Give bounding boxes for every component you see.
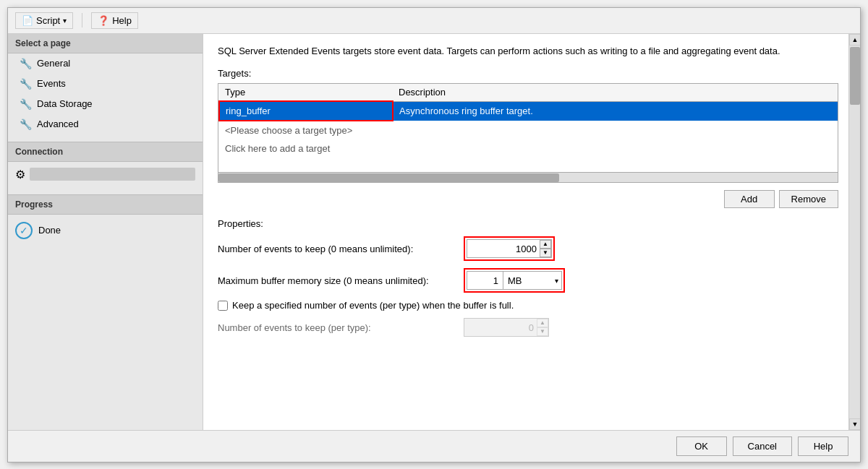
progress-check-icon: ✓ — [15, 222, 33, 239]
scroll-up-arrow[interactable]: ▲ — [849, 34, 860, 46]
ring-buffer-type: ring_buffer — [219, 101, 393, 121]
buffer-size-input[interactable] — [467, 272, 503, 289]
toolbar: 📄 Script ▾ ❓ Help — [8, 8, 860, 34]
col-description: Description — [393, 84, 838, 101]
properties-label-text: Properties: — [218, 218, 263, 229]
per-type-down[interactable]: ▼ — [537, 327, 548, 336]
dialog-footer: OK Cancel Help — [8, 430, 860, 462]
help-button[interactable]: ❓ Help — [91, 12, 138, 29]
help-icon: ❓ — [98, 15, 109, 26]
progress-status: Done — [38, 225, 61, 236]
events-count-input[interactable] — [467, 241, 540, 257]
per-type-spinner: ▲ ▼ — [537, 319, 548, 336]
ring-buffer-description: Asynchronous ring buffer target. — [393, 101, 838, 121]
sidebar: Select a page 🔧 General 🔧 Events 🔧 Data … — [8, 34, 203, 430]
footer-help-button[interactable]: Help — [798, 436, 848, 456]
progress-section-title: Progress — [8, 194, 203, 215]
property3-row: Number of events to keep (per type): ▲ ▼ — [218, 318, 838, 337]
check-mark: ✓ — [20, 225, 28, 236]
data-storage-icon: 🔧 — [20, 98, 31, 110]
help-label: Help — [112, 15, 132, 26]
ok-button[interactable]: OK — [676, 436, 727, 456]
events-count-up[interactable]: ▲ — [540, 240, 551, 249]
add-remove-row: Add Remove — [218, 190, 838, 208]
property-buffer-row: Maximum buffer memory size (0 means unli… — [218, 268, 838, 293]
connection-bar — [30, 168, 195, 181]
targets-table-container: Type Description ring_buffer Asynchronou… — [218, 83, 838, 183]
h-scroll-thumb — [218, 173, 559, 182]
remove-button[interactable]: Remove — [779, 190, 838, 208]
property3-input-wrapper: ▲ ▼ — [464, 318, 549, 337]
script-button[interactable]: 📄 Script ▾ — [15, 12, 73, 29]
click-add-type: Click here to add a target — [219, 139, 393, 158]
checkbox-row: Keep a specified number of events (per t… — [218, 300, 838, 311]
general-icon: 🔧 — [20, 58, 31, 69]
col-type: Type — [219, 84, 393, 101]
connection-info: ⚙ — [8, 162, 203, 187]
main-content: ▲ ▼ SQL Server Extended Events targets s… — [203, 34, 860, 430]
property3-label: Number of events to keep (per type): — [218, 322, 456, 333]
table-row-add[interactable]: Click here to add a target — [219, 139, 838, 158]
scroll-thumb — [850, 47, 860, 105]
script-icon: 📄 — [22, 15, 33, 26]
sidebar-item-events-label: Events — [37, 78, 66, 89]
description-text: SQL Server Extended Events targets store… — [218, 44, 838, 59]
property1-red-outline: ▲ ▼ — [464, 236, 555, 261]
property1-input-wrapper: ▲ ▼ — [467, 239, 552, 258]
targets-label-text: Targets: — [218, 68, 251, 79]
keep-events-checkbox[interactable] — [218, 301, 228, 311]
horizontal-scrollbar[interactable] — [218, 172, 838, 182]
placeholder-description — [393, 121, 838, 139]
sidebar-section-title: Select a page — [8, 34, 203, 53]
table-row-placeholder[interactable]: <Please choose a target type> — [219, 121, 838, 139]
table-row-ring-buffer[interactable]: ring_buffer Asynchronous ring buffer tar… — [219, 101, 838, 121]
click-add-description — [393, 139, 838, 158]
add-button[interactable]: Add — [724, 190, 775, 208]
script-dropdown-icon: ▾ — [63, 17, 67, 25]
vertical-scrollbar[interactable]: ▲ ▼ — [848, 34, 860, 430]
main-dialog: 📄 Script ▾ ❓ Help Select a page 🔧 Genera… — [7, 7, 861, 462]
property2-label: Maximum buffer memory size (0 means unli… — [218, 275, 456, 286]
placeholder-type: <Please choose a target type> — [219, 121, 393, 139]
per-type-input[interactable] — [464, 319, 537, 335]
advanced-icon: 🔧 — [20, 119, 31, 130]
events-count-down[interactable]: ▼ — [540, 249, 551, 257]
cancel-button[interactable]: Cancel — [733, 436, 792, 456]
buffer-unit-wrapper: MB KB GB — [503, 272, 561, 289]
sidebar-item-events[interactable]: 🔧 Events — [8, 74, 203, 94]
property1-label: Number of events to keep (0 means unlimi… — [218, 244, 456, 254]
scroll-down-arrow[interactable]: ▼ — [849, 418, 860, 430]
sidebar-item-data-storage-label: Data Storage — [37, 98, 93, 109]
connection-icon: ⚙ — [15, 168, 25, 181]
property-events-row: Number of events to keep (0 means unlimi… — [218, 236, 838, 261]
connection-section-title: Connection — [8, 142, 203, 162]
toolbar-separator — [82, 13, 82, 27]
dialog-body: Select a page 🔧 General 🔧 Events 🔧 Data … — [8, 34, 860, 430]
targets-label: Targets: — [218, 68, 838, 79]
checkbox-label: Keep a specified number of events (per t… — [232, 300, 514, 311]
table-empty-row — [219, 158, 838, 172]
targets-table: Type Description ring_buffer Asynchronou… — [218, 84, 838, 172]
per-type-up[interactable]: ▲ — [537, 319, 548, 327]
sidebar-item-general[interactable]: 🔧 General — [8, 53, 203, 74]
scroll-track — [849, 46, 860, 418]
events-icon: 🔧 — [20, 78, 31, 90]
script-label: Script — [36, 15, 60, 26]
progress-info: ✓ Done — [8, 215, 203, 246]
sidebar-item-advanced-label: Advanced — [37, 119, 79, 129]
table-header-row: Type Description — [219, 84, 838, 101]
sidebar-item-data-storage[interactable]: 🔧 Data Storage — [8, 94, 203, 114]
buffer-unit-select[interactable]: MB KB GB — [503, 272, 561, 289]
buffer-size-input-group: MB KB GB — [467, 271, 562, 290]
properties-label: Properties: — [218, 218, 838, 229]
sidebar-item-general-label: General — [37, 58, 70, 69]
sidebar-item-advanced[interactable]: 🔧 Advanced — [8, 114, 203, 134]
events-count-spinner: ▲ ▼ — [540, 240, 551, 257]
property2-red-outline: MB KB GB — [464, 268, 565, 293]
